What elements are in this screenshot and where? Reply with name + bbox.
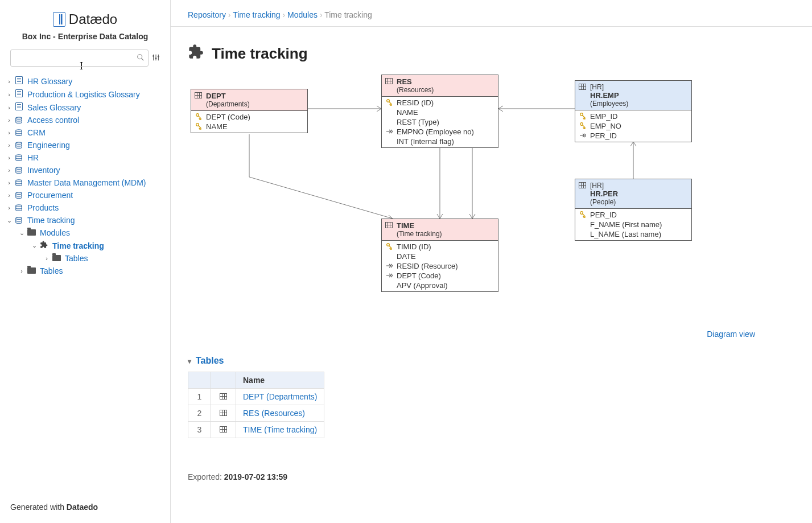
sidebar-item-label: Master Data Management (MDM) [27,178,146,187]
node-desc: (People) [590,198,687,206]
folder-icon [27,229,36,236]
sidebar-item-label: Engineering [27,141,70,150]
sidebar-item[interactable]: › CRM [6,126,164,139]
caret-icon[interactable]: › [6,167,13,174]
exported-value: 2019-07-02 13:59 [224,472,287,481]
caret-icon[interactable]: ⌄ [31,242,38,249]
sidebar-item[interactable]: › HR Glossary [6,75,164,88]
caret-icon[interactable]: ⌄ [18,229,25,237]
node-hremp[interactable]: [HR] HR.EMP (Employees) EMP_IDEMP_NOPER_… [575,80,692,142]
column-row: INT (Internal flag) [382,137,498,146]
caret-icon[interactable]: › [6,142,13,149]
column-row: APV (Approval) [382,281,498,290]
svg-point-16 [16,217,22,220]
database-icon [15,216,23,223]
table-row: 3 TIME (Time tracking) [188,422,324,438]
caret-icon[interactable]: ⌄ [6,217,13,224]
sidebar-item[interactable]: › Master Data Management (MDM) [6,176,164,189]
column-row: RESID (Resource) [382,261,498,271]
table-icon [579,182,587,190]
svg-point-13 [16,180,22,182]
node-context: [HR] [590,182,687,190]
sidebar-item[interactable]: › Tables [6,265,164,277]
table-link[interactable]: DEPT (Departments) [243,392,317,401]
column-row: L_NAME (Last name) [575,229,691,239]
sidebar-item[interactable]: › Inventory [6,164,164,176]
nav-tree: › HR Glossary › Production & Logistics G… [0,72,170,497]
caret-icon[interactable]: › [6,129,13,136]
breadcrumb-link[interactable]: Time tracking [233,10,281,19]
folder-icon [27,267,36,274]
node-context: [HR] [590,83,687,91]
sidebar-item-label: Modules [40,228,70,237]
row-number: 1 [188,389,211,405]
footer: Generated with Dataedo [0,497,170,517]
caret-icon[interactable]: › [6,192,13,199]
svg-point-10 [16,142,22,145]
sidebar-item[interactable]: › Engineering [6,139,164,151]
sidebar-item[interactable]: › Products [6,201,164,214]
table-icon [220,410,227,416]
tables-section-title[interactable]: Tables [171,350,812,372]
diagram-view-link[interactable]: Diagram view [707,330,755,339]
sidebar-item-label: Tables [40,266,63,275]
pk-icon [385,99,393,108]
sidebar-item-label: Sales Glossary [27,103,81,112]
node-desc: (Departments) [206,100,303,108]
sidebar-item[interactable]: › Access control [6,114,164,126]
caret-icon[interactable]: › [6,154,13,161]
filter-icon[interactable] [152,53,160,63]
column-row: DEPT (Code) [382,271,498,281]
sidebar-item-label: Products [27,203,59,212]
sidebar-item[interactable]: › Sales Glossary [6,101,164,114]
caret-icon[interactable]: › [6,78,13,85]
caret-icon[interactable]: › [6,104,13,111]
glossary-icon [15,76,23,84]
node-desc: (Time tracking) [397,230,493,238]
table-link[interactable]: RES (Resources) [243,409,305,418]
caret-icon[interactable]: › [6,117,13,123]
caret-icon[interactable]: › [43,255,50,262]
breadcrumb-link[interactable]: Repository [188,10,226,19]
caret-icon[interactable]: › [6,179,13,186]
table-link[interactable]: TIME (Time tracking) [243,425,317,434]
search-input[interactable] [11,53,137,63]
row-number: 2 [188,405,211,422]
database-icon [15,166,23,172]
tables-table: Name 1 DEPT (Departments) 2 RES (Resourc… [188,372,324,438]
glossary-icon [15,102,23,110]
er-diagram[interactable]: DEPT (Departments) DEPT (Code)NAME RES (… [188,75,795,325]
sidebar-item[interactable]: › Procurement [6,189,164,201]
node-dept[interactable]: DEPT (Departments) DEPT (Code)NAME [191,89,308,133]
sidebar-item-label: Inventory [27,166,60,175]
column-row: EMP_ID [575,112,691,121]
caret-icon[interactable]: › [6,91,13,98]
puzzle-icon [40,241,48,250]
database-icon [15,178,23,185]
sidebar-item-label: Access control [27,116,79,125]
breadcrumb-current: Time tracking [324,10,372,19]
node-time[interactable]: TIME (Time tracking) TIMID (ID)DATERESID… [381,219,498,292]
database-icon [15,203,23,210]
node-hrper[interactable]: [HR] HR.PER (People) PER_IDF_NAME (First… [575,179,692,241]
table-icon [220,426,227,433]
search-box[interactable] [10,50,149,67]
database-icon [15,153,23,160]
svg-line-20 [249,177,393,219]
search-icon[interactable] [137,53,148,63]
sidebar-item[interactable]: › Tables [6,252,164,265]
sidebar-item[interactable]: › Production & Logistics Glossary [6,88,164,101]
breadcrumb-link[interactable]: Modules [287,10,318,19]
column-row: RESID (ID) [382,98,498,108]
caret-icon[interactable]: › [6,204,13,211]
sidebar-item[interactable]: ⌄ Time tracking [6,214,164,227]
sidebar-item[interactable]: ⌄ Modules [6,227,164,239]
node-res[interactable]: RES (Resources) RESID (ID)NAMEREST (Type… [381,75,498,148]
caret-icon[interactable]: › [18,267,25,274]
svg-line-1 [142,58,144,60]
sidebar-item[interactable]: › HR [6,151,164,164]
pk-icon [195,113,203,122]
page-title: Time tracking [212,45,308,63]
sidebar-item[interactable]: ⌄ Time tracking [6,239,164,252]
table-icon [195,92,203,100]
